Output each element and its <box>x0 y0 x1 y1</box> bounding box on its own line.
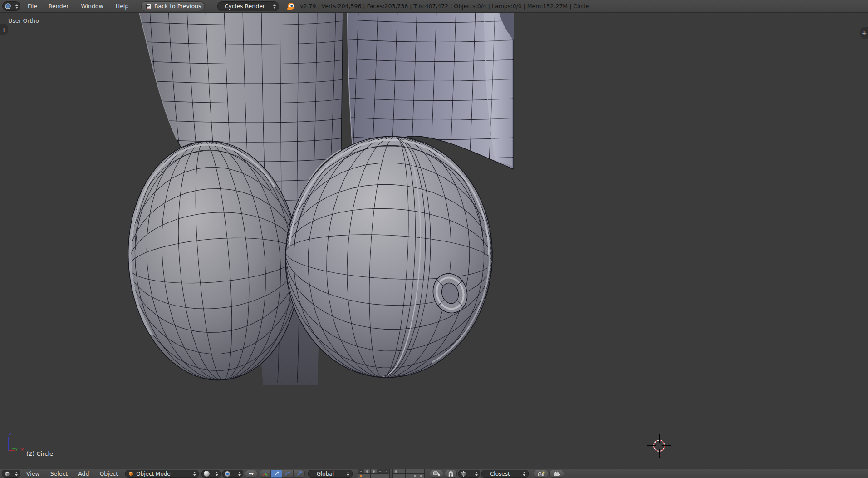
pivot-icon <box>225 471 230 477</box>
layer-cell[interactable] <box>418 474 424 478</box>
snap-element-arrows <box>473 472 478 476</box>
info-header-bar: File Render Window Help Back to Previous… <box>0 0 868 13</box>
layer-object-dot <box>366 470 368 473</box>
menu-render[interactable]: Render <box>49 3 69 10</box>
layer-object-dot <box>395 470 397 473</box>
manipulator-toggle-button[interactable] <box>260 470 271 478</box>
snap-target-select[interactable]: Closest <box>481 470 529 478</box>
mode-select-arrows <box>191 472 196 476</box>
properties-expand-tab[interactable]: + <box>860 27 868 39</box>
snap-target-arrows <box>520 472 525 476</box>
menu-file[interactable]: File <box>28 3 37 10</box>
shading-select-arrows <box>213 472 218 476</box>
back-to-previous-button[interactable]: Back to Previous <box>141 1 205 11</box>
layer-cell[interactable] <box>383 474 389 478</box>
opengl-render-animation-button[interactable] <box>549 470 564 478</box>
rotate-arc-icon <box>284 470 291 477</box>
layer-cell[interactable] <box>377 474 383 478</box>
translate-arrow-icon <box>273 470 280 477</box>
editor-type-selector-info[interactable] <box>2 1 20 11</box>
axis-z-label: z <box>9 431 11 437</box>
opengl-render-image-button[interactable] <box>534 470 548 478</box>
axis-x-label: x <box>21 447 24 453</box>
3dview-editor-icon <box>4 471 10 477</box>
axis-tripod-icon <box>262 470 269 477</box>
layer-cell[interactable] <box>393 469 399 473</box>
editor-type-selector-3dview[interactable] <box>2 470 20 478</box>
translate-manipulator-button[interactable] <box>271 470 282 478</box>
layer-object-dot <box>420 475 422 477</box>
layer-cell[interactable] <box>371 474 377 478</box>
transform-orientation-select[interactable]: Global <box>308 470 353 478</box>
layers-widget <box>358 469 425 478</box>
camera-icon <box>537 470 545 478</box>
view-orientation-label: User Ortho <box>8 17 39 24</box>
layer-cell[interactable] <box>399 474 405 478</box>
scale-manipulator-button[interactable] <box>294 470 305 478</box>
layer-block-1 <box>358 469 390 478</box>
mode-value: Object Mode <box>136 471 171 477</box>
info-editor-icon <box>5 3 11 10</box>
menu-add[interactable]: Add <box>78 470 89 477</box>
object-mode-cube-icon <box>128 471 134 477</box>
scale-arrow-icon <box>296 470 303 477</box>
layer-cell[interactable] <box>418 469 424 473</box>
layer-cell[interactable] <box>412 474 418 478</box>
layer-cell[interactable] <box>358 474 364 478</box>
snap-target-value: Closest <box>490 471 510 477</box>
shading-sphere-icon <box>204 471 210 477</box>
pivot-point-select[interactable] <box>222 470 243 478</box>
layer-cell[interactable] <box>393 474 399 478</box>
scene-stats-text: v2.79 | Verts:204,596 | Faces:203,736 | … <box>300 3 589 10</box>
centers-arrows-icon: ↔ <box>249 470 254 477</box>
layer-cell[interactable] <box>364 474 370 478</box>
layer-object-dot <box>414 475 416 477</box>
layer-cell[interactable] <box>383 469 389 473</box>
layer-block-2 <box>392 469 425 478</box>
layer-object-dot <box>379 470 381 473</box>
blender-logo-icon <box>285 1 295 11</box>
menu-help[interactable]: Help <box>116 3 129 10</box>
snap-toggle-button[interactable] <box>445 470 457 478</box>
lock-camera-to-scene-button[interactable] <box>430 470 443 478</box>
menu-select[interactable]: Select <box>50 470 68 477</box>
orientation-select-arrows <box>344 472 349 476</box>
rotate-manipulator-button[interactable] <box>282 470 294 478</box>
layer-cell[interactable] <box>399 469 405 473</box>
layer-cell[interactable] <box>406 474 412 478</box>
menu-object[interactable]: Object <box>99 470 118 477</box>
layer-cell[interactable] <box>412 469 418 473</box>
pivot-select-arrows <box>236 472 241 476</box>
manipulate-centers-toggle[interactable]: ↔ <box>245 470 257 478</box>
engine-value: Cycles Render <box>223 3 267 10</box>
orientation-value: Global <box>317 471 334 477</box>
layer-cell[interactable] <box>371 469 377 473</box>
mini-axis-gizmo: z y x <box>9 431 24 453</box>
layer-cell[interactable] <box>364 469 370 473</box>
wireframe-mesh: z y x <box>0 13 868 469</box>
interaction-mode-select[interactable]: Object Mode <box>125 470 199 478</box>
menu-view[interactable]: View <box>26 470 40 477</box>
layer-object-dot <box>360 470 362 473</box>
back-arrow-icon <box>145 3 152 10</box>
manipulator-group <box>260 470 305 478</box>
view3d-header-bar: View Select Add Object Object Mode ↔ <box>0 469 868 478</box>
3d-viewport[interactable]: z y x User Ortho (2) Circle + + <box>0 13 868 469</box>
active-layer-dot <box>360 475 362 477</box>
screen-lock-icon <box>433 470 440 477</box>
snap-element-select[interactable] <box>458 470 480 478</box>
render-engine-select[interactable]: Cycles Render <box>217 1 279 11</box>
engine-select-arrows <box>271 4 276 9</box>
3d-cursor <box>647 434 671 458</box>
layer-cell[interactable] <box>377 469 383 473</box>
clapperboard-icon <box>553 470 561 478</box>
layer-object-dot <box>373 470 375 473</box>
layer-cell[interactable] <box>358 469 364 473</box>
viewport-shading-select[interactable] <box>201 470 221 478</box>
active-object-label: (2) Circle <box>26 450 53 457</box>
magnet-icon <box>447 470 454 477</box>
menu-window[interactable]: Window <box>81 3 103 10</box>
layer-cell[interactable] <box>406 469 412 473</box>
layer-object-dot <box>385 470 387 473</box>
toolshelf-expand-tab[interactable]: + <box>0 24 8 35</box>
